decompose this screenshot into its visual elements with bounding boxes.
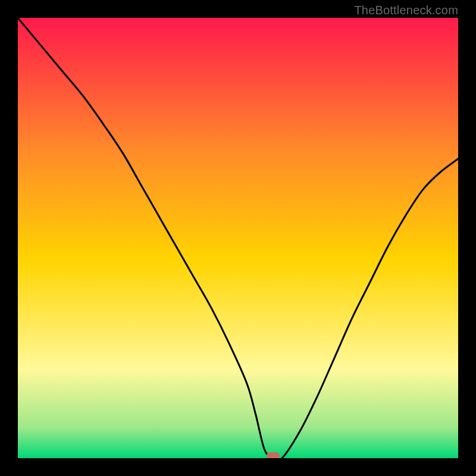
watermark-label: TheBottleneck.com — [354, 4, 458, 17]
chart-frame: TheBottleneck.com — [0, 0, 476, 476]
plot-area — [18, 18, 458, 458]
sweet-spot-marker — [267, 452, 280, 458]
bottleneck-curve — [18, 18, 458, 458]
curve-layer — [18, 18, 458, 458]
